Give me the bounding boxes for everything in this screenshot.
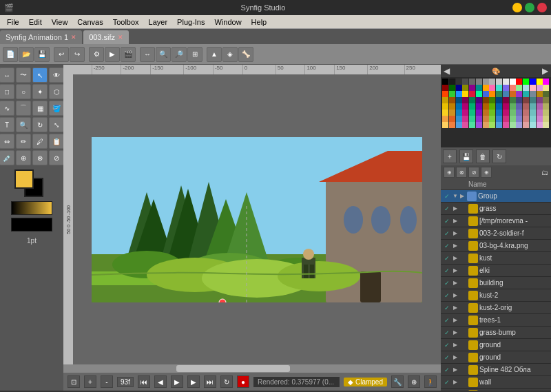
- menu-layer[interactable]: Layer: [145, 17, 172, 28]
- palette-cell-123[interactable]: [516, 122, 522, 128]
- layer-checkbox[interactable]: ✓: [442, 367, 452, 373]
- palette-cell-42[interactable]: [510, 91, 516, 97]
- tool-rect[interactable]: □: [0, 84, 14, 99]
- layer-checkbox[interactable]: ✓: [442, 317, 452, 324]
- foreground-color-box[interactable]: [14, 169, 34, 189]
- palette-cell-21[interactable]: [476, 85, 482, 91]
- palette-cell-76[interactable]: [523, 103, 529, 110]
- preview-button[interactable]: 🎬: [121, 47, 136, 62]
- palette-cell-78[interactable]: [537, 103, 543, 110]
- palette-cell-94[interactable]: [537, 110, 543, 116]
- layer-expand-arrow2[interactable]: ▶: [459, 193, 466, 199]
- layer-checkbox[interactable]: ✓: [442, 280, 452, 287]
- palette-cell-90[interactable]: [510, 110, 516, 116]
- render-button[interactable]: ▶: [105, 47, 120, 62]
- layers-nav-btn1[interactable]: ⊕: [444, 167, 455, 178]
- palette-cell-41[interactable]: [503, 91, 509, 97]
- tool-sketch[interactable]: 🖊: [32, 134, 48, 149]
- tab-animation1[interactable]: Synfig Animation 1 ✕: [0, 30, 82, 44]
- palette-cell-61[interactable]: [530, 97, 536, 103]
- palette-save-button[interactable]: 💾: [459, 149, 473, 163]
- layer-checkbox[interactable]: ✓: [442, 218, 452, 225]
- layer-row[interactable]: ✓▶grass: [441, 203, 551, 215]
- palette-cell-69[interactable]: [476, 103, 482, 110]
- palette-cell-14[interactable]: [537, 79, 543, 85]
- layer-row[interactable]: ✓▶building: [441, 277, 551, 289]
- layer-checkbox[interactable]: ✓: [442, 205, 452, 212]
- loop-button[interactable]: ↻: [220, 375, 233, 388]
- layer-expand-arrow[interactable]: ▶: [452, 367, 459, 373]
- palette-cell-109[interactable]: [530, 116, 536, 122]
- palette-cell-27[interactable]: [516, 85, 522, 91]
- zoom-fit-button[interactable]: ⊡: [67, 375, 80, 388]
- menu-view[interactable]: View: [48, 17, 72, 28]
- palette-cell-86[interactable]: [483, 110, 489, 116]
- palette-cell-16[interactable]: [442, 85, 448, 91]
- canvas-scrollbar-h[interactable]: [63, 364, 441, 373]
- palette-cell-13[interactable]: [530, 79, 536, 85]
- palette-cell-4[interactable]: [469, 79, 475, 85]
- palette-cell-62[interactable]: [537, 97, 543, 103]
- palette-cell-36[interactable]: [469, 91, 475, 97]
- tool-fill[interactable]: 🪣: [49, 101, 64, 116]
- tool-text[interactable]: T: [0, 117, 14, 132]
- zoom-out-tool[interactable]: 🔎: [171, 47, 187, 62]
- menu-edit[interactable]: Edit: [25, 17, 46, 28]
- palette-cell-114[interactable]: [456, 122, 462, 128]
- palette-cell-104[interactable]: [496, 116, 502, 122]
- palette-cell-67[interactable]: [462, 103, 468, 110]
- tool-transform[interactable]: ↔: [0, 68, 14, 83]
- palette-cell-64[interactable]: [442, 103, 448, 110]
- palette-cell-98[interactable]: [456, 116, 462, 122]
- palette-cell-66[interactable]: [456, 103, 462, 110]
- layer-expand-arrow[interactable]: ▶: [452, 255, 459, 261]
- palette-cell-50[interactable]: [456, 97, 462, 103]
- palette-cell-126[interactable]: [537, 122, 543, 128]
- palette-cell-97[interactable]: [449, 116, 455, 122]
- palette-cell-56[interactable]: [496, 97, 502, 103]
- palette-cell-0[interactable]: [442, 79, 448, 85]
- tool-bline[interactable]: ⌒: [16, 101, 31, 116]
- menu-canvas[interactable]: Canvas: [73, 17, 107, 28]
- layer-row[interactable]: ✓▶elki: [441, 265, 551, 277]
- zoom-in-tool[interactable]: 🔍: [156, 47, 171, 62]
- palette-refresh-button[interactable]: ↻: [492, 149, 506, 163]
- palette-cell-113[interactable]: [449, 122, 455, 128]
- palette-cell-99[interactable]: [462, 116, 468, 122]
- palette-cell-44[interactable]: [523, 91, 529, 97]
- layer-expand-arrow[interactable]: ▶: [452, 342, 459, 348]
- tool-gradient[interactable]: ▦: [32, 101, 48, 116]
- layer-checkbox[interactable]: ✓: [442, 329, 452, 336]
- palette-cell-105[interactable]: [503, 116, 509, 122]
- palette-cell-28[interactable]: [523, 85, 529, 91]
- palette-cell-103[interactable]: [489, 116, 495, 122]
- palette-cell-54[interactable]: [483, 97, 489, 103]
- palette-cell-22[interactable]: [483, 85, 489, 91]
- palette-cell-47[interactable]: [543, 91, 549, 97]
- palette-cell-88[interactable]: [496, 110, 502, 116]
- zoom-in-button[interactable]: +: [84, 375, 96, 388]
- palette-cell-77[interactable]: [530, 103, 536, 110]
- palette-cell-23[interactable]: [489, 85, 495, 91]
- palette-cell-34[interactable]: [456, 91, 462, 97]
- palette-cell-24[interactable]: [496, 85, 502, 91]
- layer-checkbox[interactable]: ✓: [442, 292, 452, 299]
- palette-cell-33[interactable]: [449, 91, 455, 97]
- gradient-box[interactable]: [11, 201, 52, 215]
- palette-cell-52[interactable]: [469, 97, 475, 103]
- layer-expand-arrow[interactable]: ▶: [452, 243, 459, 249]
- menu-toolbox[interactable]: Toolbox: [109, 17, 143, 28]
- palette-delete-button[interactable]: 🗑: [476, 149, 490, 163]
- play-button[interactable]: ▶: [171, 375, 183, 388]
- palette-cell-26[interactable]: [510, 85, 516, 91]
- palette-cell-107[interactable]: [516, 116, 522, 122]
- layer-expand-arrow[interactable]: ▶: [452, 218, 459, 224]
- nav-next-button[interactable]: ▶: [187, 375, 200, 388]
- layer-expand-arrow[interactable]: ▶: [452, 329, 459, 336]
- tab-animation1-close[interactable]: ✕: [71, 34, 76, 41]
- palette-cell-43[interactable]: [516, 91, 522, 97]
- layer-checkbox[interactable]: ✓: [442, 255, 452, 262]
- palette-cell-25[interactable]: [503, 85, 509, 91]
- tool-rotate[interactable]: ↻: [32, 117, 48, 132]
- minimize-button[interactable]: [512, 3, 522, 12]
